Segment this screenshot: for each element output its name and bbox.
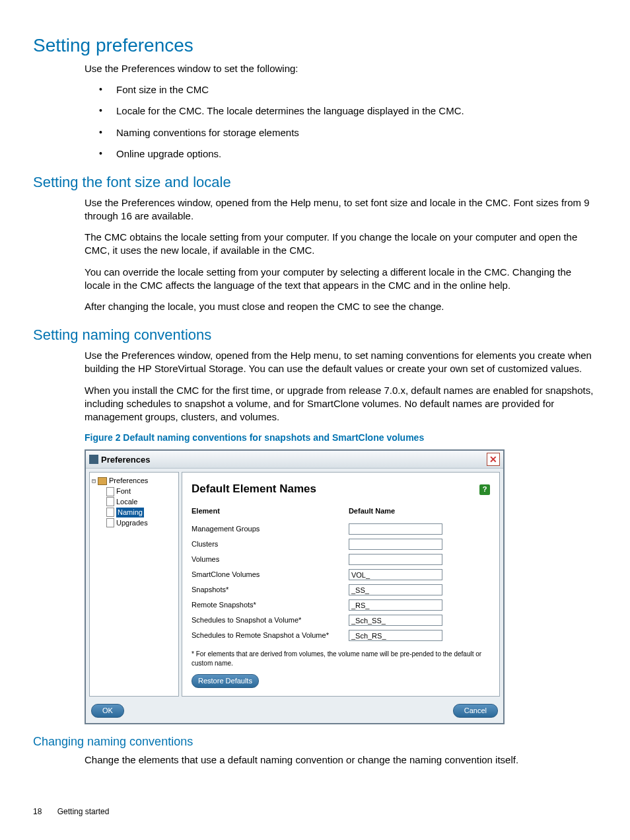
heading-font-size-locale: Setting the font size and locale (33, 172, 597, 192)
page-footer: 18 Getting started (33, 806, 597, 817)
preferences-dialog: Preferences ✕ ⊟ Preferences Font Locale (85, 449, 505, 724)
column-header-default: Default Name (349, 505, 462, 521)
list-item: Online upgrade options. (85, 147, 597, 161)
row-label: SmartClone Volumes (192, 567, 349, 582)
default-name-input[interactable] (349, 615, 442, 626)
column-header-element: Element (192, 505, 349, 521)
row-label: Snapshots* (192, 582, 349, 597)
tree-item-label: Naming (116, 508, 144, 517)
footnote-text: * For elements that are derived from vol… (192, 650, 490, 668)
figure-caption: Figure 2 Default naming conventions for … (85, 432, 597, 444)
table-row: Remote Snapshots* (192, 597, 462, 613)
default-name-input[interactable] (349, 599, 442, 611)
tree-item-naming[interactable]: Naming (106, 508, 176, 517)
default-name-input[interactable] (349, 630, 442, 641)
close-icon[interactable]: ✕ (487, 453, 500, 466)
row-label: Schedules to Remote Snapshot a Volume* (192, 628, 349, 643)
running-title: Getting started (57, 807, 110, 816)
paragraph: Use the Preferences window, opened from … (85, 196, 597, 223)
default-name-input[interactable] (349, 523, 442, 535)
page-number: 18 (33, 807, 42, 816)
help-icon[interactable]: ? (479, 484, 490, 495)
table-row: Snapshots* (192, 582, 462, 597)
table-row: Clusters (192, 537, 462, 552)
paragraph: After changing the locale, you must clos… (85, 300, 597, 313)
document-icon (106, 508, 114, 517)
document-icon (106, 487, 114, 496)
paragraph: The CMC obtains the locale setting from … (85, 231, 597, 258)
list-item: Naming conventions for storage elements (85, 126, 597, 139)
table-row: Schedules to Remote Snapshot a Volume* (192, 628, 462, 643)
document-icon (106, 497, 114, 506)
table-row: Management Groups (192, 521, 462, 537)
list-item: Font size in the CMC (85, 83, 597, 96)
default-name-input[interactable] (349, 569, 442, 580)
paragraph: When you install the CMC for the first t… (85, 384, 597, 424)
list-item: Locale for the CMC. The locale determine… (85, 104, 597, 118)
default-name-input[interactable] (349, 539, 442, 550)
table-row: Volumes (192, 552, 462, 567)
restore-defaults-button[interactable]: Restore Defaults (192, 674, 259, 688)
folder-icon (98, 477, 107, 485)
tree-root-label: Preferences (109, 476, 148, 486)
row-label: Volumes (192, 552, 349, 567)
tree-item-label: Locale (116, 497, 137, 507)
panel-title: Default Element Names (192, 482, 316, 497)
document-icon (106, 518, 114, 527)
collapse-icon[interactable]: ⊟ (92, 477, 96, 486)
preferences-bullet-list: Font size in the CMC Locale for the CMC.… (85, 83, 597, 161)
row-label: Management Groups (192, 521, 349, 537)
tree-item-upgrades[interactable]: Upgrades (106, 518, 176, 528)
tree-item-label: Upgrades (116, 518, 148, 528)
preferences-icon (89, 455, 98, 464)
row-label: Remote Snapshots* (192, 597, 349, 613)
dialog-titlebar: Preferences ✕ (86, 451, 503, 469)
default-name-input[interactable] (349, 554, 442, 565)
paragraph: Use the Preferences window, opened from … (85, 349, 597, 376)
tree-root[interactable]: ⊟ Preferences (92, 476, 176, 486)
heading-setting-preferences: Setting preferences (33, 33, 597, 58)
tree-item-label: Font (116, 486, 131, 496)
default-name-input[interactable] (349, 584, 442, 595)
heading-changing-naming: Changing naming conventions (33, 734, 597, 749)
heading-naming-conventions: Setting naming conventions (33, 325, 597, 345)
main-panel: Default Element Names ? Element Default … (182, 472, 500, 697)
nav-tree: ⊟ Preferences Font Locale Naming (89, 472, 179, 697)
cancel-button[interactable]: Cancel (453, 704, 498, 718)
ok-button[interactable]: OK (91, 704, 124, 718)
paragraph: Change the elements that use a default n… (85, 753, 597, 767)
table-row: Schedules to Snapshot a Volume* (192, 613, 462, 628)
intro-paragraph: Use the Preferences window to set the fo… (85, 62, 597, 75)
dialog-title: Preferences (101, 454, 150, 466)
tree-item-locale[interactable]: Locale (106, 497, 176, 507)
row-label: Clusters (192, 537, 349, 552)
paragraph: You can override the locale setting from… (85, 266, 597, 293)
default-names-table: Element Default Name Management Groups C… (192, 505, 462, 643)
row-label: Schedules to Snapshot a Volume* (192, 613, 349, 628)
tree-item-font[interactable]: Font (106, 486, 176, 496)
table-row: SmartClone Volumes (192, 567, 462, 582)
